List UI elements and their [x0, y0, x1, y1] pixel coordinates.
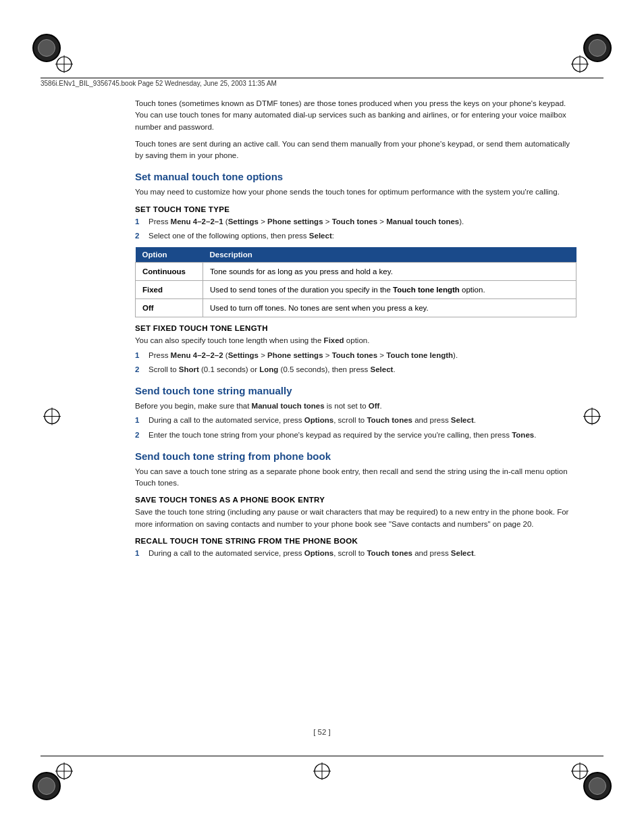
section-heading-send-manually: Send touch tone string manually: [135, 385, 576, 396]
intro-paragraph-1: Touch tones (sometimes known as DTMF ton…: [135, 98, 576, 133]
table-row: Off Used to turn off tones. No tones are…: [136, 299, 576, 317]
step-text-1-sm: During a call to the automated service, …: [149, 415, 476, 426]
section-set-manual-intro: You may need to customize how your phone…: [135, 186, 576, 198]
step-num-1-sm: 1: [135, 415, 146, 426]
options-table: Option Description Continuous Tone sound…: [135, 247, 576, 317]
table-header-option: Option: [136, 247, 203, 263]
step-num-1-recall: 1: [135, 548, 146, 559]
sub-heading-recall-touch-tone: RECALL TOUCH TONE STRING FROM THE PHONE …: [135, 537, 576, 545]
step-1-send-manually: 1 During a call to the automated service…: [135, 415, 576, 426]
table-cell-option-continuous: Continuous: [136, 263, 203, 281]
step-1-fixed-length: 1 Press Menu 4–2–2–2 (Settings > Phone s…: [135, 350, 576, 361]
sub-section-recall-touch-tone: RECALL TOUCH TONE STRING FROM THE PHONE …: [135, 537, 576, 559]
table-row: Fixed Used to send tones of the duration…: [136, 281, 576, 299]
bottom-right-reg-circle: [583, 772, 612, 800]
step-text-1-recall: During a call to the automated service, …: [149, 548, 476, 559]
intro-paragraph-2: Touch tones are sent during an active ca…: [135, 138, 576, 162]
step-2-send-manually: 2 Enter the touch tone string from your …: [135, 429, 576, 441]
table-cell-option-fixed: Fixed: [136, 281, 203, 299]
bottom-center-crosshair: [312, 761, 332, 783]
sub-heading-fixed-length: SET FIXED TOUCH TONE LENGTH: [135, 324, 576, 332]
top-left-reg-circle: [32, 34, 61, 62]
top-bar: 3586i.ENv1_BIL_9356745.book Page 52 Wedn…: [41, 78, 603, 87]
section-send-from-phone-book: Send touch tone string from phone book Y…: [135, 450, 576, 559]
right-mid-crosshair: [582, 406, 602, 428]
section-heading-send-phone-book: Send touch tone string from phone book: [135, 450, 576, 462]
table-cell-desc-off: Used to turn off tones. No tones are sen…: [203, 299, 576, 317]
step-2-touch-tone-type: 2 Select one of the following options, t…: [135, 230, 576, 242]
step-text-1: Press Menu 4–2–2–1 (Settings > Phone set…: [149, 216, 464, 228]
table-row: Continuous Tone sounds for as long as yo…: [136, 263, 576, 281]
top-right-reg-circle: [583, 34, 612, 62]
bottom-bar: [41, 756, 603, 756]
step-text-2-sm: Enter the touch tone string from your ph…: [149, 429, 536, 441]
step-num-2-fixed: 2: [135, 364, 146, 375]
step-num-2: 2: [135, 230, 146, 242]
sub-heading-touch-tone-type: SET TOUCH TONE TYPE: [135, 205, 576, 213]
save-touch-tones-text: Save the touch tone string (including an…: [135, 506, 576, 530]
table-cell-desc-fixed: Used to send tones of the duration you s…: [203, 281, 576, 299]
sub-heading-save-touch-tones: SAVE TOUCH TONES AS A PHONE BOOK ENTRY: [135, 496, 576, 504]
sub-section-touch-tone-type: SET TOUCH TONE TYPE 1 Press Menu 4–2–2–1…: [135, 205, 576, 318]
step-1-touch-tone-type: 1 Press Menu 4–2–2–1 (Settings > Phone s…: [135, 216, 576, 228]
step-num-2-sm: 2: [135, 429, 146, 441]
table-header-description: Description: [203, 247, 576, 263]
sub-section-fixed-length: SET FIXED TOUCH TONE LENGTH You can also…: [135, 324, 576, 375]
send-manually-intro: Before you begin, make sure that Manual …: [135, 400, 576, 412]
step-text-2: Select one of the following options, the…: [149, 230, 334, 242]
fixed-length-intro: You can also specify touch tone length w…: [135, 335, 576, 346]
file-info: 3586i.ENv1_BIL_9356745.book Page 52 Wedn…: [41, 80, 277, 87]
section-set-manual: Set manual touch tone options You may ne…: [135, 171, 576, 375]
step-1-recall: 1 During a call to the automated service…: [135, 548, 576, 559]
content-area: Touch tones (sometimes known as DTMF ton…: [135, 98, 576, 726]
table-cell-option-off: Off: [136, 299, 203, 317]
section-heading-set-manual: Set manual touch tone options: [135, 171, 576, 182]
step-num-1: 1: [135, 216, 146, 228]
page-container: 3586i.ENv1_BIL_9356745.book Page 52 Wedn…: [0, 0, 644, 834]
step-text-1-fixed: Press Menu 4–2–2–2 (Settings > Phone set…: [149, 350, 458, 361]
section-send-manually: Send touch tone string manually Before y…: [135, 385, 576, 441]
step-2-fixed-length: 2 Scroll to Short (0.1 seconds) or Long …: [135, 364, 576, 375]
bottom-left-reg-circle: [32, 772, 61, 800]
page-number: [ 52 ]: [0, 728, 644, 736]
sub-section-save-touch-tones: SAVE TOUCH TONES AS A PHONE BOOK ENTRY S…: [135, 496, 576, 530]
table-cell-desc-continuous: Tone sounds for as long as you press and…: [203, 263, 576, 281]
send-phone-book-intro: You can save a touch tone string as a se…: [135, 466, 576, 490]
left-mid-crosshair: [42, 406, 62, 428]
step-num-1-fixed: 1: [135, 350, 146, 361]
step-text-2-fixed: Scroll to Short (0.1 seconds) or Long (0…: [149, 364, 396, 375]
